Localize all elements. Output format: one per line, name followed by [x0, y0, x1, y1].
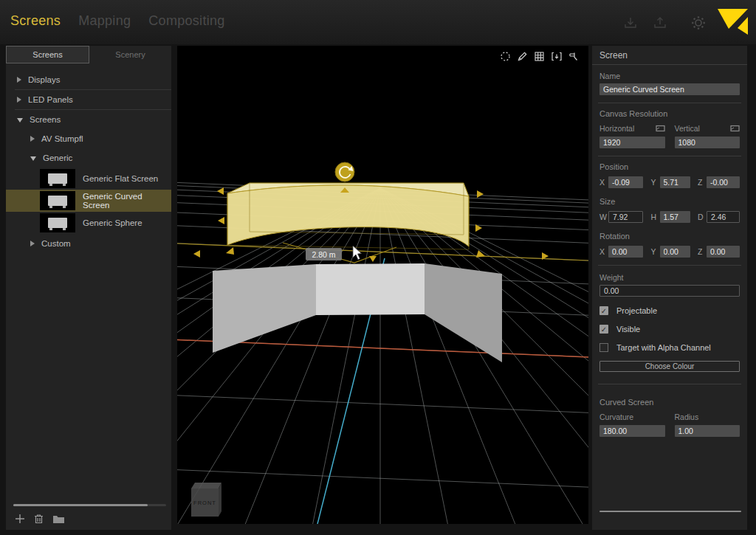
section-divider	[598, 265, 741, 266]
folder-icon[interactable]	[52, 514, 65, 524]
nav-tab-compositing[interactable]: Compositing	[148, 13, 224, 29]
curvature-input[interactable]	[599, 425, 665, 437]
mouse-cursor	[353, 246, 362, 260]
size-h-input[interactable]	[660, 211, 690, 223]
size-w-input[interactable]	[608, 211, 643, 223]
title-bar: Screens Mapping Compositing	[0, 0, 756, 44]
inspector-title: Screen	[592, 46, 747, 65]
pixera-logo	[718, 9, 734, 25]
radius-input[interactable]	[675, 425, 740, 437]
tree-item-custom[interactable]: Custom	[6, 234, 171, 253]
chevron-right-icon	[17, 97, 21, 103]
grid-icon[interactable]	[533, 50, 546, 63]
view-navigation-cube[interactable]: FRONT	[191, 483, 221, 517]
svg-text:FRONT: FRONT	[193, 500, 216, 506]
screen-thumbnail	[40, 213, 75, 232]
chevron-down-icon	[17, 118, 23, 122]
canvas-resolution-header: Canvas Resolution	[599, 109, 667, 118]
section-divider	[598, 384, 741, 384]
nav-tab-mapping[interactable]: Mapping	[78, 13, 131, 29]
screen-library-tree: Displays LED Panels Screens AV Stumpfl G…	[6, 63, 171, 253]
tab-scenery[interactable]: Scenery	[89, 46, 171, 63]
horizontal-resolution-input[interactable]	[599, 137, 665, 148]
fit-view-icon[interactable]	[550, 50, 563, 63]
checkbox-checked[interactable]: ✓	[599, 325, 608, 334]
add-icon[interactable]	[15, 514, 25, 524]
rotation-header: Rotation	[599, 232, 630, 241]
rotation-y-input[interactable]	[660, 246, 690, 258]
checkbox-unchecked[interactable]	[599, 343, 608, 352]
selection-circle-icon[interactable]	[499, 50, 512, 63]
radius-label: Radius	[675, 413, 699, 421]
screen-inspector-panel: Screen Name Canvas Resolution Horizontal…	[592, 46, 747, 530]
tree-item-led-panels[interactable]: LED Panels	[6, 90, 171, 109]
chevron-down-icon	[30, 156, 36, 161]
screen-thumbnail	[40, 169, 75, 188]
nav-tab-screens[interactable]: Screens	[10, 13, 61, 29]
horizontal-scrollbar[interactable]	[13, 504, 166, 506]
tab-screens[interactable]: Screens	[6, 46, 89, 63]
weight-input[interactable]	[599, 285, 740, 297]
tree-item-displays[interactable]: Displays	[6, 70, 171, 89]
library-sidebar: Screens Scenery Displays LED Panels Scre…	[6, 46, 171, 530]
tree-item-generic-curved-screen[interactable]: Generic Curved Screen	[6, 190, 171, 212]
vertical-resolution-input[interactable]	[675, 137, 740, 148]
svg-text:2.80 m: 2.80 m	[312, 250, 335, 259]
chevron-right-icon	[17, 77, 21, 83]
display-link-icon[interactable]	[730, 125, 740, 132]
curved-screen-header: Curved Screen	[599, 398, 653, 407]
sidebar-tabs: Screens Scenery	[6, 46, 171, 63]
section-divider	[598, 103, 741, 103]
viewport-toolbar	[499, 50, 580, 63]
display-link-icon[interactable]	[656, 125, 665, 132]
name-input[interactable]	[599, 83, 740, 95]
rotation-x-input[interactable]	[608, 246, 643, 258]
screen-thumbnail	[40, 191, 75, 210]
horizontal-label: Horizontal	[599, 124, 634, 133]
weight-label: Weight	[599, 273, 740, 282]
position-y-input[interactable]	[660, 176, 690, 188]
rotation-gizmo[interactable]	[335, 162, 354, 182]
chevron-right-icon	[30, 241, 35, 246]
option-target-with-alpha-channel[interactable]: Target with Alpha Channel	[599, 343, 740, 352]
chevron-right-icon	[30, 136, 35, 142]
section-divider	[598, 156, 741, 156]
selected-curved-screen[interactable]	[227, 183, 469, 249]
size-header: Size	[599, 197, 615, 206]
snap-icon[interactable]	[567, 50, 580, 63]
main-nav: Screens Mapping Compositing	[10, 13, 225, 29]
choose-colour-button[interactable]: Choose Colour	[599, 361, 740, 372]
tree-item-av-stumpfl[interactable]: AV Stumpfl	[6, 129, 171, 148]
settings-gear-icon[interactable]	[690, 14, 706, 30]
tree-item-generic-flat-screen[interactable]: Generic Flat Screen	[6, 168, 171, 190]
download-icon[interactable]	[622, 15, 639, 31]
size-d-input[interactable]	[707, 211, 740, 223]
selection-footprint-lines	[177, 243, 588, 263]
3d-viewport[interactable]: 2.80 m FRONT	[177, 46, 588, 524]
tree-item-generic-sphere[interactable]: Generic Sphere	[6, 212, 171, 234]
trash-icon[interactable]	[34, 514, 44, 524]
option-projectable[interactable]: ✓ Projectable	[599, 306, 740, 315]
tree-item-screens[interactable]: Screens	[6, 110, 171, 129]
checkbox-checked[interactable]: ✓	[599, 306, 608, 315]
tree-item-generic[interactable]: Generic	[6, 148, 171, 168]
vertical-label: Vertical	[675, 124, 700, 133]
pencil-icon[interactable]	[516, 50, 529, 63]
rotation-z-input[interactable]	[707, 246, 740, 258]
upload-icon[interactable]	[652, 15, 668, 31]
measurement-label: 2.80 m	[306, 248, 342, 260]
option-visible[interactable]: ✓ Visible	[599, 325, 740, 334]
curvature-label: Curvature	[599, 413, 633, 421]
name-label: Name	[599, 72, 740, 80]
position-z-input[interactable]	[707, 176, 740, 188]
position-x-input[interactable]	[608, 176, 643, 188]
position-header: Position	[599, 162, 628, 171]
horizontal-scrollbar[interactable]	[599, 511, 741, 512]
